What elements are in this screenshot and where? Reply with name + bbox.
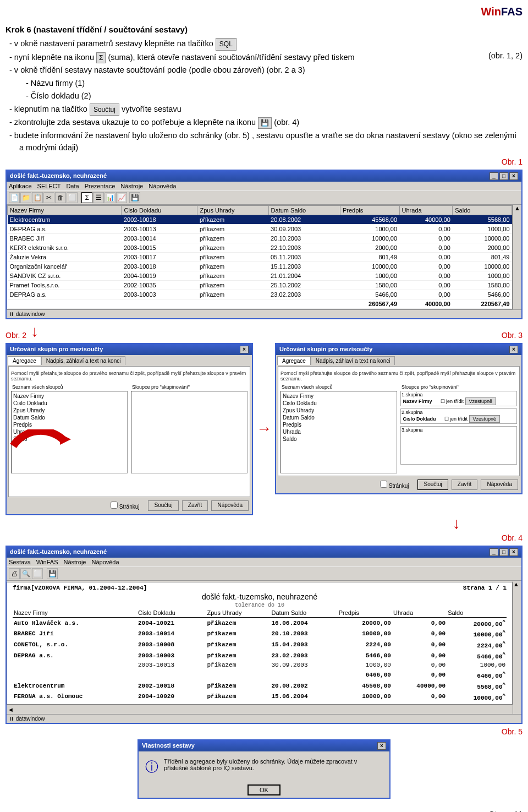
table-row[interactable]: KERR elektronik s.r.o.2003-10015příkazem…: [8, 243, 512, 252]
list-item[interactable]: Nazev Firmy: [282, 393, 395, 400]
print-icon[interactable]: 🖨: [9, 568, 20, 579]
col-header: Predpis: [338, 608, 392, 618]
col-header[interactable]: Saldo: [453, 205, 512, 215]
menu-item[interactable]: Nástroje: [120, 183, 143, 189]
obr2-label: Obr. 2: [6, 331, 26, 340]
table-row: 6466,000,006466,00^: [13, 669, 507, 680]
list-all[interactable]: Nazev FirmyCislo DokladuZpus UhradyDatum…: [280, 391, 397, 473]
table-row[interactable]: DEPRAG a.s.2003-10013příkazem30.09.20031…: [8, 224, 512, 233]
menu-item[interactable]: Nástroje: [63, 559, 86, 565]
col-header[interactable]: Predpis: [340, 205, 399, 215]
col-header[interactable]: Zpus Uhrady: [197, 205, 268, 215]
menu-item[interactable]: SELECT: [37, 183, 61, 189]
col-header[interactable]: Uhrada: [399, 205, 453, 215]
col-header[interactable]: Datum Saldo: [268, 205, 340, 215]
tabs: AgregaceNadpis, záhlaví a text na konci: [7, 355, 252, 366]
close-icon[interactable]: ×: [240, 346, 249, 353]
list-item[interactable]: Datum Saldo: [13, 414, 126, 421]
ref-obr4: (obr. 4): [274, 118, 299, 127]
scrollbar[interactable]: ▲: [513, 581, 521, 715]
list-item[interactable]: Nazev Firmy: [13, 393, 126, 400]
tab-nadpis[interactable]: Nadpis, záhlaví a text na konci: [41, 356, 126, 365]
scrollbar[interactable]: ▲: [513, 205, 521, 309]
tb-icon[interactable]: ☰: [93, 192, 104, 203]
close-icon[interactable]: ×: [509, 172, 518, 180]
souctuj-btn[interactable]: Součtuj: [148, 500, 178, 511]
arrow-right-icon: →: [256, 420, 272, 438]
window-sestava: došlé fakt.-tuzemsko, neuhrazené _□× Apl…: [6, 170, 522, 319]
souctuj-button[interactable]: Součtuj: [90, 103, 119, 116]
tb-icon[interactable]: 📊: [105, 192, 116, 203]
col-header[interactable]: Cislo Dokladu: [122, 205, 197, 215]
list-groups[interactable]: [131, 391, 248, 473]
table-row: CONETOL, s.r.o.2003-10008příkazem15.04.2…: [13, 639, 507, 650]
menubar: AplikaceSELECTDataPrezentaceNástrojeNápo…: [7, 182, 521, 190]
tb-icon[interactable]: ✂: [43, 192, 54, 203]
close-icon[interactable]: ×: [509, 346, 518, 353]
data-grid[interactable]: Nazev FirmyCislo DokladuZpus UhradyDatum…: [7, 205, 513, 309]
tb-icon[interactable]: 📋: [32, 192, 43, 203]
napoveda-btn[interactable]: Nápověda: [211, 500, 249, 511]
save-icon[interactable]: 💾: [47, 568, 58, 579]
souctuj-btn[interactable]: Součtuj: [417, 479, 448, 490]
list-item[interactable]: Predpis: [13, 421, 126, 428]
list-item[interactable]: Cislo Dokladu: [13, 400, 126, 407]
sql-button[interactable]: SQL: [216, 38, 237, 51]
tb-icon[interactable]: 💾: [129, 192, 140, 203]
list-item[interactable]: Uhrada: [282, 428, 395, 435]
zavrit-btn[interactable]: Zavřít: [182, 500, 208, 511]
tb-icon[interactable]: 📄: [9, 192, 20, 203]
logo: WinFAS: [6, 6, 522, 18]
minimize-icon[interactable]: _: [490, 172, 498, 180]
table-row[interactable]: DEPRAG a.s.2003-10003příkazem23.02.20035…: [8, 290, 512, 299]
tb-icon[interactable]: 📈: [116, 192, 127, 203]
col-header: Nazev Firmy: [13, 608, 137, 618]
table-row[interactable]: Pramet Tools,s.r.o.2002-10035příkazem25.…: [8, 280, 512, 290]
menu-item[interactable]: Data: [66, 183, 79, 189]
line6: budete informování že nastavení bylo ulo…: [6, 129, 522, 154]
line3a: Názvu firmy (1): [6, 77, 522, 89]
list-item[interactable]: Zpus Uhrady: [282, 407, 395, 414]
table-row: 2003-10013příkazem30.09.20031000,000,001…: [13, 661, 507, 669]
tb-icon[interactable]: 🗑: [55, 192, 66, 203]
table-row[interactable]: Žaluzie Vekra2003-10017příkazem05.11.200…: [8, 252, 512, 261]
col-header[interactable]: Nazev Firmy: [8, 205, 122, 215]
list-groups[interactable]: 1.skupina Nazev Firmy ☐ jen třídit Vzest…: [400, 391, 517, 465]
window-report: došlé fakt.-tuzemsko, neuhrazené_□× Sest…: [6, 546, 522, 724]
message-dialog: Vlastnosti sestavy× ⓘTřídění a agregace …: [138, 739, 391, 799]
list-item[interactable]: Predpis: [282, 421, 395, 428]
line5: zkontrolujte zda sestava ukazuje to co p…: [6, 116, 522, 129]
save-icon[interactable]: 💾: [258, 117, 272, 129]
totals-row: 260567,4940000,00220567,49: [8, 299, 512, 308]
menu-item[interactable]: Prezentace: [85, 183, 116, 189]
menu-item[interactable]: Nápověda: [91, 559, 119, 565]
maximize-icon[interactable]: □: [499, 172, 508, 180]
sigma-toolbar-icon[interactable]: Σ: [81, 192, 92, 203]
table-row[interactable]: SANDVIK CZ s.r.o.2004-10019příkazem21.01…: [8, 271, 512, 280]
line2: nyní klepněte na ikonu Σ (suma), která o…: [6, 51, 488, 64]
strankuj-check[interactable]: [111, 502, 118, 509]
sigma-icon[interactable]: Σ: [96, 52, 106, 64]
menu-item[interactable]: Nápověda: [148, 183, 176, 189]
menu-item[interactable]: Sestava: [9, 559, 31, 565]
line1: v okně nastavení parametrů sestavy klepn…: [6, 37, 522, 51]
tab-agregace[interactable]: Agregace: [8, 356, 41, 365]
table-row[interactable]: Elektrocentrum2002-10018příkazem20.08.20…: [8, 215, 512, 224]
status-bar: ⏸ datawindow: [7, 309, 521, 318]
ok-button[interactable]: OK: [248, 784, 280, 795]
close-icon[interactable]: ×: [377, 742, 386, 750]
table-row[interactable]: Organizační kancelář2003-10018příkazem15…: [8, 261, 512, 271]
list-item[interactable]: Datum Saldo: [282, 414, 395, 421]
window-controls: _□×: [488, 172, 518, 180]
menu-item[interactable]: WinFAS: [36, 559, 58, 565]
table-row[interactable]: BRABEC Jiří2003-10014příkazem20.10.20031…: [8, 233, 512, 243]
tb-icon[interactable]: 📁: [20, 192, 31, 203]
tb-icon[interactable]: ⬜: [67, 192, 78, 203]
list-item[interactable]: Saldo: [282, 435, 395, 443]
list-item[interactable]: Cislo Dokladu: [282, 400, 395, 407]
logo-fas: FAS: [501, 6, 522, 18]
list-item[interactable]: Zpus Uhrady: [13, 407, 126, 414]
menu-item[interactable]: Aplikace: [9, 183, 32, 189]
obr1-label: Obr. 1: [6, 157, 522, 166]
line4: klepnutím na tlačítko Součtuj vytvoříte …: [6, 103, 522, 116]
